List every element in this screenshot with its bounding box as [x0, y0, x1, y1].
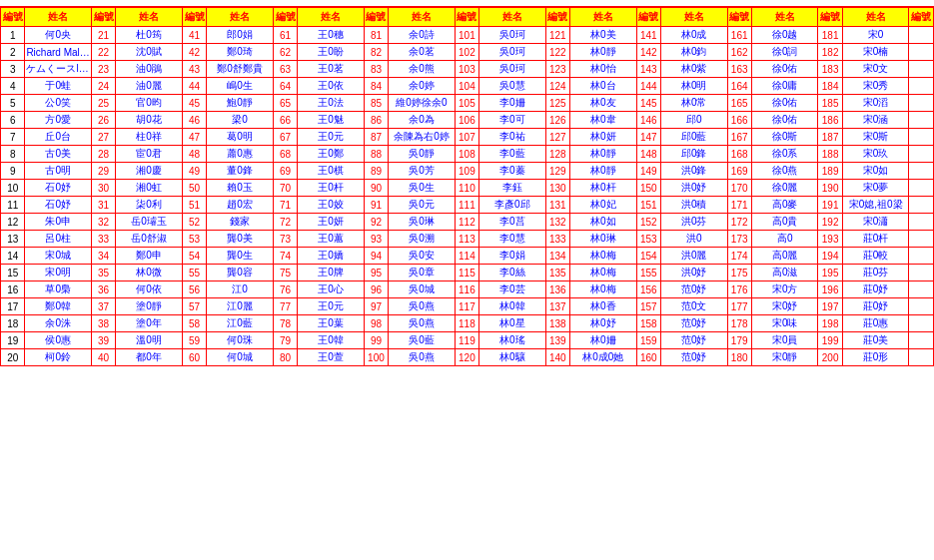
- cell-name-0-6: 林0美: [570, 27, 637, 44]
- cell-code-4-1: 45: [182, 95, 206, 112]
- cell-name-6-1: 柱0祥: [116, 129, 183, 146]
- cell-code-13-8: 194: [818, 248, 842, 265]
- cell-code-1-1: 42: [182, 44, 206, 61]
- cell-name-7-0: 古0美: [25, 146, 92, 163]
- cell-code-5-8: 186: [818, 112, 842, 129]
- cell-name-11-1: 岳0璿玉: [116, 214, 183, 231]
- cell-name-3-6: 林0台: [570, 78, 637, 95]
- cell-code-4-0: 25: [91, 95, 115, 112]
- cell-code-16-3: 97: [364, 298, 388, 315]
- table-row: 11石0妤31柒0利51趙0宏71王0姣91吳0元111李彥0邱131林0妃15…: [1, 197, 934, 214]
- cell-code-15-7: 176: [727, 281, 751, 298]
- cell-code-19-1: 60: [182, 349, 206, 366]
- cell-code-7-2: 68: [273, 146, 297, 163]
- cell-code-2-6: 143: [636, 61, 660, 78]
- cell-rownum: 12: [1, 214, 25, 231]
- cell-name-5-8: 徐0佑: [751, 112, 818, 129]
- cell-name-18-5: 林0瑤: [479, 332, 546, 349]
- cell-name-17-4: 吳0燕: [389, 315, 456, 332]
- cell-name-5-7: 邱0: [660, 112, 727, 129]
- cell-code-18-2: 79: [273, 332, 297, 349]
- cell-code-6-3: 87: [364, 129, 388, 146]
- cell-code-4-2: 65: [273, 95, 297, 112]
- cell-name-2-8: 徐0佑: [751, 61, 818, 78]
- cell-code-8-9: [909, 163, 934, 180]
- cell-code-3-6: 144: [636, 78, 660, 95]
- cell-name-5-1: 胡0花: [116, 112, 183, 129]
- cell-name-7-2: 蕭0惠: [207, 146, 274, 163]
- cell-code-15-0: 36: [91, 281, 115, 298]
- cell-name-8-7: 洪0鋒: [660, 163, 727, 180]
- table-row: 18余0洙38塗0年58江0藍78王0葉98吳0燕118林0星138林0妤158…: [1, 315, 934, 332]
- cell-name-19-4: 吳0燕: [389, 349, 456, 366]
- cell-name-1-1: 沈0賦: [116, 44, 183, 61]
- cell-code-11-6: 152: [636, 214, 660, 231]
- cell-name-4-5: 李0姍: [479, 95, 546, 112]
- cell-code-18-0: 39: [91, 332, 115, 349]
- cell-code-13-6: 154: [636, 248, 660, 265]
- cell-code-17-9: [909, 315, 934, 332]
- cell-code-0-2: 61: [273, 27, 297, 44]
- cell-code-3-7: 164: [727, 78, 751, 95]
- cell-code-17-1: 58: [182, 315, 206, 332]
- cell-name-13-8: 高0麗: [751, 248, 818, 265]
- cell-rownum: 5: [1, 95, 25, 112]
- cell-name-1-9: 宋0楠: [842, 44, 909, 61]
- cell-name-17-1: 塗0年: [116, 315, 183, 332]
- cell-code-5-7: 166: [727, 112, 751, 129]
- cell-name-19-6: 林0成0她: [570, 349, 637, 366]
- cell-code-5-2: 66: [273, 112, 297, 129]
- cell-code-14-5: 135: [545, 265, 569, 281]
- cell-name-0-1: 杜0筠: [116, 27, 183, 44]
- cell-name-14-2: 龔0容: [207, 265, 274, 281]
- cell-name-10-9: 宋0媳,祖0梁: [842, 197, 909, 214]
- cell-name-17-7: 范0妤: [660, 315, 727, 332]
- cell-code-18-8: 199: [818, 332, 842, 349]
- cell-code-13-1: 54: [182, 248, 206, 265]
- cell-code-2-8: 183: [818, 61, 842, 78]
- page-title: [0, 0, 934, 7]
- cell-code-7-1: 48: [182, 146, 206, 163]
- cell-code-16-0: 37: [91, 298, 115, 315]
- cell-code-3-9: [909, 78, 934, 95]
- cell-code-4-4: 105: [455, 95, 478, 112]
- cell-name-13-0: 宋0城: [25, 248, 92, 265]
- cell-name-8-5: 李0蓁: [479, 163, 546, 180]
- cell-rownum: 6: [1, 112, 25, 129]
- cell-name-4-6: 林0友: [570, 95, 637, 112]
- cell-rownum: 14: [1, 248, 25, 265]
- cell-code-4-9: [909, 95, 934, 112]
- cell-name-12-7: 洪0: [660, 231, 727, 248]
- cell-name-19-0: 柯0鈴: [25, 349, 92, 366]
- cell-code-10-9: [909, 197, 934, 214]
- cell-code-7-0: 28: [91, 146, 115, 163]
- cell-name-13-2: 龔0生: [207, 248, 274, 265]
- cell-name-1-6: 林0靜: [570, 44, 637, 61]
- cell-name-11-4: 吳0琳: [389, 214, 456, 231]
- cell-code-1-0: 22: [91, 44, 115, 61]
- cell-name-17-6: 林0妤: [570, 315, 637, 332]
- cell-code-12-7: 173: [727, 231, 751, 248]
- cell-code-11-7: 172: [727, 214, 751, 231]
- cell-name-8-9: 宋0如: [842, 163, 909, 180]
- cell-name-16-3: 王0元: [298, 298, 365, 315]
- col-header-name-7: 姓名: [660, 8, 727, 27]
- cell-name-0-0: 何0央: [25, 27, 92, 44]
- cell-name-6-0: 丘0台: [25, 129, 92, 146]
- cell-name-19-3: 王0萱: [298, 349, 365, 366]
- cell-code-10-8: 191: [818, 197, 842, 214]
- table-row: 8古0美28宦0君48蕭0惠68王0鄭88吳0靜108李0藍128林0靜148邱…: [1, 146, 934, 163]
- col-header-name-6: 姓名: [570, 8, 637, 27]
- cell-code-9-3: 90: [364, 180, 388, 197]
- cell-code-2-2: 63: [273, 61, 297, 78]
- cell-name-10-3: 王0姣: [298, 197, 365, 214]
- cell-code-17-0: 38: [91, 315, 115, 332]
- col-header-code-7: 編號: [727, 8, 751, 27]
- cell-code-2-0: 23: [91, 61, 115, 78]
- cell-code-9-6: 150: [636, 180, 660, 197]
- cell-code-14-4: 115: [455, 265, 478, 281]
- cell-name-17-9: 莊0惠: [842, 315, 909, 332]
- cell-code-15-2: 76: [273, 281, 297, 298]
- cell-code-2-3: 83: [364, 61, 388, 78]
- cell-name-18-6: 林0姍: [570, 332, 637, 349]
